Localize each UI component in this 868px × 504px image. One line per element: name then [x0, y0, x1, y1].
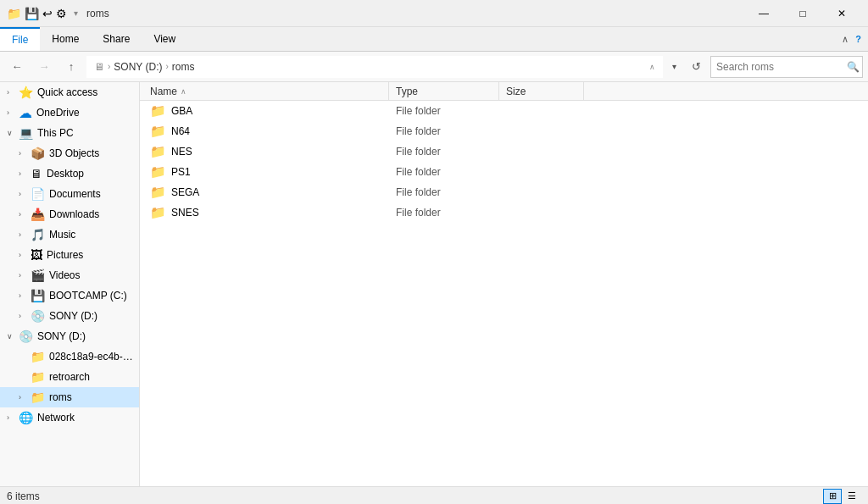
- sidebar-label-desktop: Desktop: [47, 168, 84, 180]
- breadcrumb-sort-arrow: ∧: [649, 63, 655, 71]
- file-cell-name-nes: 📁NES: [143, 144, 389, 159]
- sidebar-label-sony-d: SONY (D:): [37, 330, 86, 342]
- search-input[interactable]: [716, 61, 843, 73]
- breadcrumb-sony[interactable]: SONY (D:): [114, 61, 162, 73]
- sidebar-item-videos[interactable]: ›🎬Videos: [0, 265, 139, 285]
- window-folder-icon: 📁: [7, 7, 21, 20]
- up-button[interactable]: ↑: [59, 56, 83, 78]
- desktop-icon: 🖥: [31, 167, 42, 180]
- sidebar-item-documents[interactable]: ›📄Documents: [0, 184, 139, 204]
- back-button[interactable]: ←: [5, 56, 29, 78]
- folder-icon-n64: 📁: [150, 124, 166, 139]
- refresh-button[interactable]: ↺: [685, 56, 707, 78]
- sidebar-label-bootcamp: BOOTCAMP (C:): [49, 290, 127, 302]
- file-cell-type-snes: File folder: [389, 207, 499, 219]
- col-header-name[interactable]: Name ∧: [143, 82, 389, 100]
- table-row[interactable]: 📁SNESFile folder: [140, 202, 868, 223]
- expand-arrow-bootcamp: ›: [19, 291, 31, 300]
- sidebar-label-onedrive: OneDrive: [36, 107, 80, 119]
- tab-home[interactable]: Home: [40, 27, 91, 51]
- tab-share[interactable]: Share: [91, 27, 142, 51]
- view-list-button[interactable]: ☰: [843, 489, 861, 504]
- view-icons-button[interactable]: ⊞: [823, 489, 842, 504]
- sidebar-item-music[interactable]: ›🎵Music: [0, 224, 139, 245]
- file-cell-name-ps1: 📁PS1: [143, 164, 389, 180]
- search-box[interactable]: 🔍: [710, 56, 863, 78]
- this-pc-icon: 💻: [19, 126, 33, 140]
- expand-arrow-onedrive: ›: [7, 108, 19, 117]
- expand-arrow-3d-objects: ›: [19, 149, 31, 158]
- sidebar-label-folder-roms: roms: [49, 391, 72, 403]
- tab-file[interactable]: File: [0, 27, 40, 51]
- expand-arrow-quick-access: ›: [7, 88, 19, 97]
- undo-icon[interactable]: ↩: [42, 7, 53, 20]
- sidebar-item-onedrive[interactable]: ›☁OneDrive: [0, 102, 139, 123]
- table-row[interactable]: 📁SEGAFile folder: [140, 182, 868, 202]
- sidebar-label-videos: Videos: [49, 269, 80, 281]
- table-row[interactable]: 📁NESFile folder: [140, 141, 868, 162]
- table-row[interactable]: 📁N64File folder: [140, 121, 868, 141]
- sidebar-item-sony-d-under-pc[interactable]: ›💿SONY (D:): [0, 306, 139, 326]
- ribbon-help-icon[interactable]: ?: [855, 34, 861, 44]
- ribbon-collapse-icon[interactable]: ∧: [842, 34, 849, 45]
- sort-arrow-name: ∧: [181, 87, 186, 96]
- breadcrumb-root-icon: 🖥: [94, 61, 104, 73]
- minimize-button[interactable]: —: [744, 0, 783, 27]
- file-name-sega: SEGA: [171, 186, 199, 198]
- col-header-type[interactable]: Type: [389, 82, 499, 100]
- status-bar: 6 items ⊞ ☰: [0, 486, 868, 504]
- properties-icon[interactable]: ⚙: [56, 7, 67, 20]
- folder-icon-ps1: 📁: [150, 164, 166, 180]
- sidebar-label-this-pc: This PC: [37, 127, 74, 139]
- sidebar-item-bootcamp[interactable]: ›💾BOOTCAMP (C:): [0, 285, 139, 306]
- file-name-snes: SNES: [171, 207, 199, 219]
- sidebar-item-folder-028c[interactable]: 📁028c18a9-ec4b-463: [0, 346, 139, 367]
- search-icon: 🔍: [847, 61, 860, 73]
- table-row[interactable]: 📁PS1File folder: [140, 162, 868, 182]
- sidebar-item-sony-d[interactable]: ∨💿SONY (D:): [0, 326, 139, 346]
- sidebar-item-desktop[interactable]: ›🖥Desktop: [0, 163, 139, 184]
- sidebar-item-network[interactable]: ›🌐Network: [0, 407, 139, 428]
- breadcrumb-roms[interactable]: roms: [172, 61, 195, 73]
- sidebar-label-folder-retroarch: retroarch: [49, 371, 90, 383]
- sidebar-item-quick-access[interactable]: ›⭐Quick access: [0, 82, 139, 102]
- close-button[interactable]: ✕: [822, 0, 861, 27]
- tab-view[interactable]: View: [142, 27, 187, 51]
- expand-arrow-videos: ›: [19, 271, 31, 280]
- file-name-ps1: PS1: [171, 166, 191, 178]
- address-dropdown-arrow[interactable]: ▾: [666, 56, 682, 78]
- videos-icon: 🎬: [31, 269, 45, 282]
- file-cell-type-sega: File folder: [389, 186, 499, 198]
- file-cell-type-nes: File folder: [389, 146, 499, 158]
- file-cell-type-gba: File folder: [389, 105, 499, 117]
- forward-button[interactable]: →: [32, 56, 56, 78]
- sidebar-item-pictures[interactable]: ›🖼Pictures: [0, 245, 139, 265]
- expand-arrow-documents: ›: [19, 190, 31, 198]
- save-icon[interactable]: 💾: [25, 7, 39, 20]
- file-list: Name ∧ Type Size 📁GBAFile folder📁N64File…: [140, 82, 868, 486]
- maximize-button[interactable]: □: [783, 0, 822, 27]
- table-row[interactable]: 📁GBAFile folder: [140, 101, 868, 121]
- col-header-size[interactable]: Size: [499, 82, 584, 100]
- sidebar-label-network: Network: [37, 412, 75, 424]
- window-title: roms: [86, 8, 744, 19]
- sidebar-label-pictures: Pictures: [47, 249, 83, 261]
- sidebar: ›⭐Quick access›☁OneDrive∨💻This PC›📦3D Ob…: [0, 82, 140, 486]
- folder-icon-nes: 📁: [150, 144, 166, 159]
- breadcrumb[interactable]: 🖥 › SONY (D:) › roms ∧: [86, 56, 663, 78]
- expand-arrow-pictures: ›: [19, 251, 31, 259]
- file-cell-name-sega: 📁SEGA: [143, 185, 389, 200]
- expand-arrow-downloads: ›: [19, 210, 31, 219]
- sidebar-label-downloads: Downloads: [49, 208, 99, 220]
- sidebar-item-folder-roms[interactable]: ›📁roms: [0, 387, 139, 407]
- file-cell-name-gba: 📁GBA: [143, 103, 389, 119]
- sidebar-item-folder-retroarch[interactable]: 📁retroarch: [0, 367, 139, 387]
- sidebar-item-this-pc[interactable]: ∨💻This PC: [0, 123, 139, 143]
- sony-d-under-pc-icon: 💿: [31, 309, 45, 323]
- title-dropdown[interactable]: ▾: [74, 8, 78, 18]
- sidebar-item-3d-objects[interactable]: ›📦3D Objects: [0, 143, 139, 163]
- file-cell-type-ps1: File folder: [389, 166, 499, 178]
- downloads-icon: 📥: [31, 208, 45, 221]
- sidebar-item-downloads[interactable]: ›📥Downloads: [0, 204, 139, 224]
- address-bar: ← → ↑ 🖥 › SONY (D:) › roms ∧ ▾ ↺ 🔍: [0, 52, 868, 82]
